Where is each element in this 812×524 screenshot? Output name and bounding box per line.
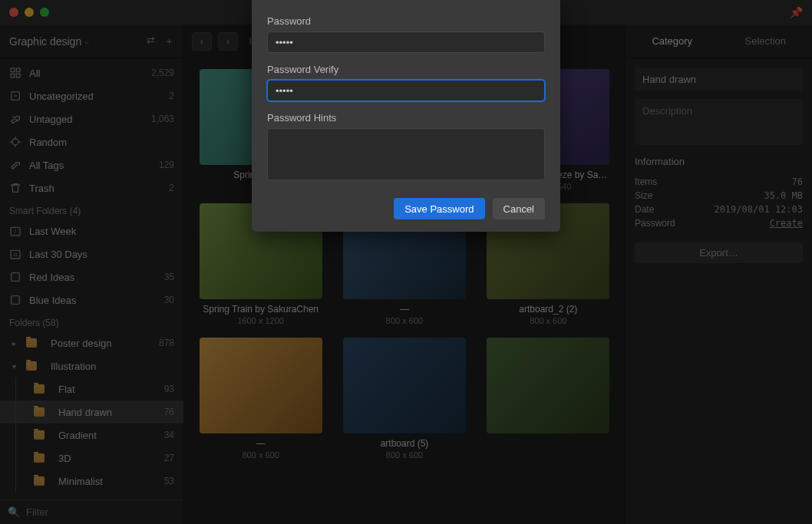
password-modal: Password Password Verify Password Hints …	[252, 0, 560, 232]
password-input[interactable]	[267, 31, 545, 53]
save-password-button[interactable]: Save Password	[394, 198, 484, 219]
password-hints-label: Password Hints	[267, 112, 545, 124]
password-verify-input[interactable]	[267, 80, 545, 101]
password-label: Password	[267, 15, 545, 27]
cancel-button[interactable]: Cancel	[493, 198, 545, 219]
password-hints-input[interactable]	[267, 128, 545, 180]
password-verify-label: Password Verify	[267, 64, 545, 75]
